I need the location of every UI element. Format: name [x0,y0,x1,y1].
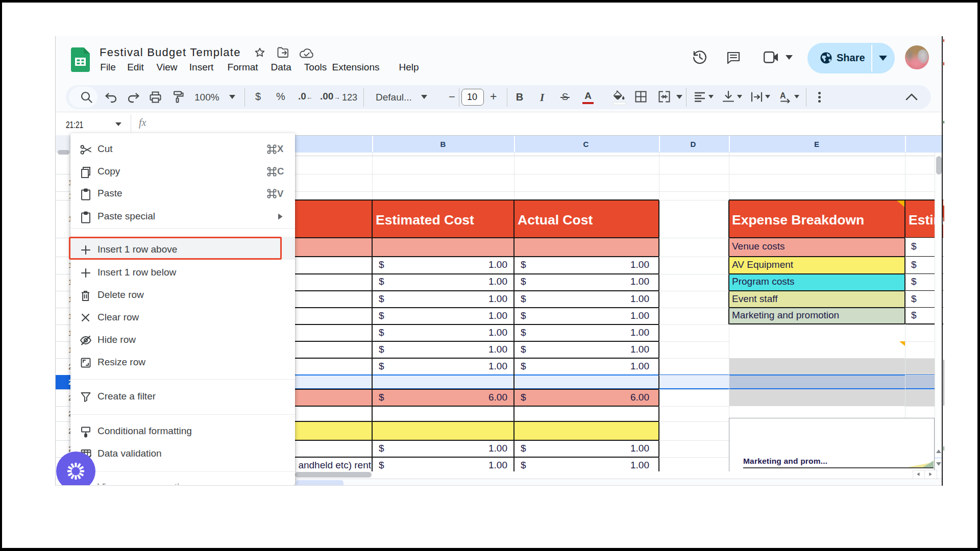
svg-text:A: A [780,91,786,100]
